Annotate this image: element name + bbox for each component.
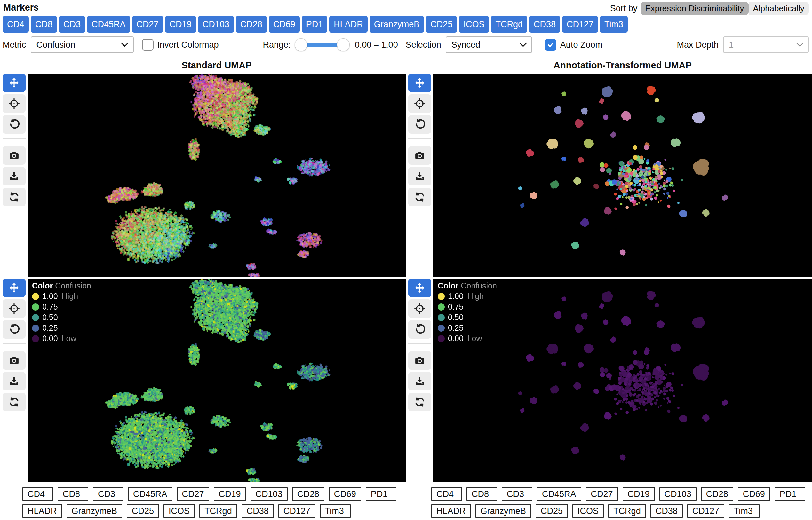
selection-select[interactable]: Synced — [446, 36, 532, 53]
range-slider-handle-min[interactable] — [295, 38, 307, 51]
footer-marker-hladr[interactable]: HLADR — [22, 504, 62, 518]
footer-marker-cd38[interactable]: CD38 — [242, 504, 274, 518]
refresh-tool-button[interactable] — [3, 188, 26, 206]
footer-marker-cd19[interactable]: CD19 — [623, 487, 655, 501]
refresh-tool-button[interactable] — [3, 393, 26, 411]
footer-marker-cd127[interactable]: CD127 — [687, 504, 724, 518]
download-tool-button[interactable] — [3, 372, 26, 390]
annotation-umap-bottom-canvas[interactable] — [433, 279, 812, 482]
camera-icon — [414, 355, 425, 366]
footer-marker-pd1[interactable]: PD1 — [775, 487, 805, 501]
move-tool-button[interactable] — [408, 74, 431, 92]
camera-tool-button[interactable] — [408, 351, 431, 370]
standard-umap-top-canvas[interactable] — [27, 74, 406, 277]
footer-marker-pd1[interactable]: PD1 — [366, 487, 397, 501]
annotation-umap-top-plot-area — [433, 74, 812, 277]
footer-marker-cd27[interactable]: CD27 — [586, 487, 618, 501]
footer-marker-cd103[interactable]: CD103 — [251, 487, 288, 501]
rotate-ccw-tool-button[interactable] — [408, 115, 431, 134]
crosshair-tool-button[interactable] — [3, 299, 26, 318]
marker-button-cd103[interactable]: CD103 — [198, 16, 234, 33]
footer-marker-cd27[interactable]: CD27 — [177, 487, 209, 501]
footer-marker-icos[interactable]: ICOS — [163, 504, 195, 518]
marker-button-tcrgd[interactable]: TCRgd — [491, 16, 527, 33]
refresh-icon — [414, 191, 425, 203]
marker-button-hladr[interactable]: HLADR — [329, 16, 367, 33]
footer-marker-cd4[interactable]: CD4 — [22, 487, 53, 501]
marker-button-cd27[interactable]: CD27 — [132, 16, 163, 33]
refresh-tool-button[interactable] — [408, 188, 431, 206]
move-tool-button[interactable] — [408, 279, 431, 297]
annotation-umap-top-canvas[interactable] — [433, 74, 812, 277]
marker-button-cd8[interactable]: CD8 — [31, 16, 57, 33]
sort-option-expression-discriminability[interactable]: Expression Discriminability — [640, 2, 748, 15]
footer-marker-tcrgd[interactable]: TCRgd — [199, 504, 237, 518]
marker-button-cd45ra[interactable]: CD45RA — [87, 16, 130, 33]
footer-marker-cd8[interactable]: CD8 — [57, 487, 88, 501]
max-depth-select[interactable]: 1 — [723, 36, 809, 53]
footer-marker-cd103[interactable]: CD103 — [659, 487, 696, 501]
download-tool-button[interactable] — [3, 167, 26, 185]
invert-colormap-checkbox[interactable] — [142, 39, 154, 51]
metric-select[interactable]: Confusion — [31, 36, 134, 53]
marker-button-pd1[interactable]: PD1 — [302, 16, 328, 33]
footer-marker-icos[interactable]: ICOS — [573, 504, 604, 518]
footer-marker-tcrgd[interactable]: TCRgd — [608, 504, 646, 518]
marker-button-cd69[interactable]: CD69 — [269, 16, 300, 33]
rotate-ccw-tool-button[interactable] — [3, 320, 26, 339]
camera-tool-button[interactable] — [3, 351, 26, 370]
footer-marker-cd3[interactable]: CD3 — [502, 487, 532, 501]
footer-marker-cd25[interactable]: CD25 — [536, 504, 568, 518]
move-icon — [414, 77, 425, 88]
footer-marker-tim3[interactable]: Tim3 — [729, 504, 760, 518]
footer-marker-tim3[interactable]: Tim3 — [320, 504, 351, 518]
sort-segmented-control: Expression DiscriminabilityAlphabeticall… — [640, 2, 809, 15]
footer-marker-cd3[interactable]: CD3 — [93, 487, 124, 501]
rotate-ccw-icon — [414, 119, 425, 130]
footer-marker-cd25[interactable]: CD25 — [127, 504, 159, 518]
range-slider[interactable] — [295, 38, 350, 51]
marker-button-tim3[interactable]: Tim3 — [600, 16, 628, 33]
rotate-ccw-tool-button[interactable] — [3, 115, 26, 134]
footer-marker-cd8[interactable]: CD8 — [466, 487, 497, 501]
footer-marker-cd45ra[interactable]: CD45RA — [537, 487, 581, 501]
footer-marker-cd69[interactable]: CD69 — [329, 487, 361, 501]
move-tool-button[interactable] — [3, 74, 26, 92]
sort-option-alphabetically[interactable]: Alphabetically — [748, 2, 809, 15]
crosshair-icon — [414, 98, 425, 109]
rotate-ccw-tool-button[interactable] — [408, 320, 431, 339]
header: Markers Sort by Expression Discriminabil… — [0, 2, 812, 15]
marker-button-granzymeb[interactable]: GranzymeB — [370, 16, 424, 33]
footer-marker-cd28[interactable]: CD28 — [701, 487, 733, 501]
footer-marker-cd69[interactable]: CD69 — [738, 487, 770, 501]
marker-button-cd25[interactable]: CD25 — [426, 16, 457, 33]
footer-marker-cd45ra[interactable]: CD45RA — [128, 487, 173, 501]
crosshair-tool-button[interactable] — [3, 94, 26, 113]
download-tool-button[interactable] — [408, 167, 431, 185]
marker-button-cd4[interactable]: CD4 — [3, 16, 29, 33]
camera-tool-button[interactable] — [3, 146, 26, 165]
range-slider-handle-max[interactable] — [337, 38, 350, 51]
marker-button-icos[interactable]: ICOS — [459, 16, 489, 33]
download-tool-button[interactable] — [408, 372, 431, 390]
refresh-tool-button[interactable] — [408, 393, 431, 411]
standard-umap-bottom-canvas[interactable] — [27, 279, 406, 482]
footer-marker-cd127[interactable]: CD127 — [278, 504, 315, 518]
crosshair-tool-button[interactable] — [408, 299, 431, 318]
footer-marker-cd4[interactable]: CD4 — [431, 487, 462, 501]
crosshair-tool-button[interactable] — [408, 94, 431, 113]
marker-button-cd127[interactable]: CD127 — [562, 16, 598, 33]
camera-tool-button[interactable] — [408, 146, 431, 165]
marker-button-cd38[interactable]: CD38 — [529, 16, 560, 33]
footer-marker-cd28[interactable]: CD28 — [292, 487, 324, 501]
footer-marker-granzymeb[interactable]: GranzymeB — [476, 504, 531, 518]
footer-marker-hladr[interactable]: HLADR — [431, 504, 471, 518]
move-tool-button[interactable] — [3, 279, 26, 297]
marker-button-cd3[interactable]: CD3 — [59, 16, 85, 33]
auto-zoom-checkbox[interactable] — [545, 39, 556, 51]
marker-button-cd19[interactable]: CD19 — [165, 16, 196, 33]
footer-marker-granzymeb[interactable]: GranzymeB — [67, 504, 123, 518]
footer-marker-cd19[interactable]: CD19 — [214, 487, 246, 501]
marker-button-cd28[interactable]: CD28 — [236, 16, 267, 33]
footer-marker-cd38[interactable]: CD38 — [651, 504, 683, 518]
